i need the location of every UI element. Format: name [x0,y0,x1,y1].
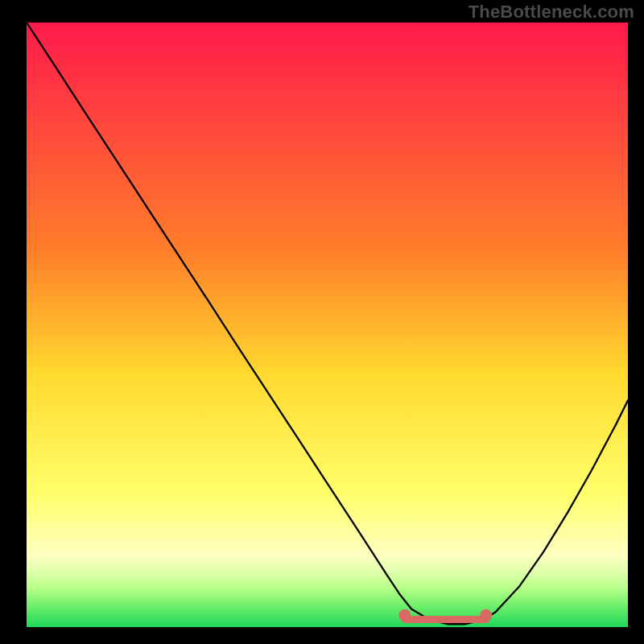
watermark-text: TheBottleneck.com [469,2,634,23]
flat-region-right-cap [480,609,492,621]
bottleneck-plot [27,23,628,627]
flat-region-left-cap [398,609,411,621]
chart-frame: TheBottleneck.com [0,0,644,644]
gradient-background [27,23,628,627]
